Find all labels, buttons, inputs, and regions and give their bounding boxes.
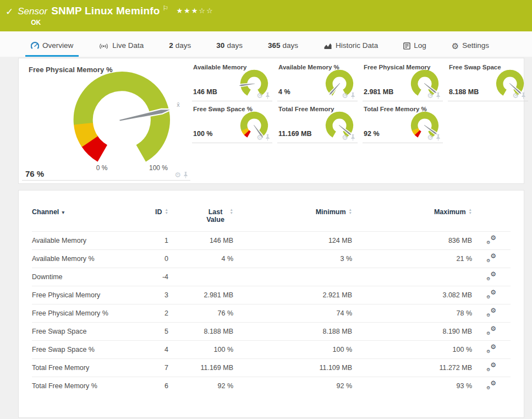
priority-stars[interactable]: ★★★☆☆ bbox=[176, 7, 213, 15]
channel-name-cell: Free Swap Space % bbox=[32, 341, 140, 359]
status-badge: OK bbox=[31, 19, 213, 26]
column-header-minimum[interactable]: Minimum▲▼ bbox=[233, 205, 352, 232]
sensor-header: ✓ Sensor SNMP Linux Meminfo ⚐ ★★★☆☆ OK bbox=[0, 0, 532, 31]
gauge-value: 100 % bbox=[193, 130, 212, 138]
last-value-cell: 8.188 MB bbox=[168, 323, 233, 341]
channel-gauge-available-memory-: Available Memory %4 %⚙ bbox=[277, 62, 358, 101]
channel-name-cell: Total Free Memory bbox=[32, 359, 140, 377]
tab-log[interactable]: Log bbox=[398, 41, 432, 57]
column-header-channel[interactable]: Channel▾ bbox=[32, 205, 140, 232]
channel-id-cell: 1 bbox=[140, 232, 168, 250]
tab-label: days bbox=[175, 41, 191, 50]
table-header-row: Channel▾ID▲▼Last Value▲▼Minimum▲▼Maximum… bbox=[32, 205, 511, 232]
edit-channel-gears-icon[interactable]: ⚙⚙ bbox=[486, 254, 496, 263]
edit-channel-gears-icon[interactable]: ⚙⚙ bbox=[486, 290, 496, 299]
tab-historic-data[interactable]: Historic Data bbox=[318, 41, 383, 57]
gauge-value: 2.981 MB bbox=[364, 88, 393, 96]
tab-label: Historic Data bbox=[336, 41, 378, 50]
historic-chart-icon bbox=[323, 42, 332, 50]
minimum-cell: 74 % bbox=[233, 304, 352, 323]
maximum-cell: 3.082 MB bbox=[352, 286, 472, 304]
channel-id-cell: -4 bbox=[140, 268, 168, 286]
table-row-free-physical-memory: Free Physical Memory32.981 MB2.921 MB3.0… bbox=[32, 286, 511, 304]
gauge-pin-icon[interactable] bbox=[350, 92, 355, 99]
gauge-settings-gear-icon[interactable]: ⚙ bbox=[256, 92, 263, 99]
last-value-cell: 2.981 MB bbox=[168, 286, 233, 304]
small-gauges-grid: Available Memory146 MB⚙Available Memory … bbox=[192, 62, 528, 143]
gauge-pin-icon[interactable] bbox=[436, 134, 441, 141]
sensor-title-block: Sensor SNMP Linux Meminfo ⚐ ★★★☆☆ OK bbox=[18, 5, 213, 26]
edit-channel-gears-icon[interactable]: ⚙⚙ bbox=[486, 381, 496, 390]
tab-number: 30 bbox=[216, 41, 224, 50]
maximum-cell: 8.190 MB bbox=[352, 323, 472, 341]
overview-content: Free Physical Memory % x̄ 0 % 100 % 76 %… bbox=[0, 57, 532, 418]
minimum-cell: 8.188 MB bbox=[233, 323, 352, 341]
gauge-settings-gear-icon[interactable]: ⚙ bbox=[427, 92, 434, 99]
channel-id-cell: 0 bbox=[140, 250, 168, 268]
tab-live-data[interactable]: Live Data bbox=[93, 41, 149, 57]
minimum-cell bbox=[233, 268, 352, 286]
primary-channel-gauge: Free Physical Memory % x̄ 0 % 100 % 76 %… bbox=[22, 62, 190, 181]
maximum-cell: 21 % bbox=[352, 250, 472, 268]
gauge-value: 146 MB bbox=[193, 88, 217, 96]
channels-table: Channel▾ID▲▼Last Value▲▼Minimum▲▼Maximum… bbox=[32, 205, 511, 395]
minimum-cell: 2.921 MB bbox=[233, 286, 352, 304]
gauge-settings-gear-icon[interactable]: ⚙ bbox=[512, 92, 519, 99]
table-row-free-physical-memory-: Free Physical Memory %276 %74 %78 %⚙⚙ bbox=[32, 304, 511, 323]
tab-bar: OverviewLive Data2days30days365daysHisto… bbox=[0, 31, 532, 57]
primary-gauge-value: 76 % bbox=[25, 169, 44, 178]
channel-name-cell: Available Memory % bbox=[32, 250, 140, 268]
gauge-max-label: 100 % bbox=[142, 164, 175, 172]
column-header-maximum[interactable]: Maximum▲▼ bbox=[352, 205, 472, 232]
tab-label: days bbox=[282, 41, 298, 50]
gauge-pin-icon[interactable] bbox=[436, 92, 441, 99]
gauge-settings-gear-icon[interactable]: ⚙ bbox=[174, 172, 181, 178]
tab-settings[interactable]: ⚙Settings bbox=[446, 41, 495, 57]
edit-channel-gears-icon[interactable]: ⚙⚙ bbox=[486, 327, 496, 335]
channel-name-cell: Available Memory bbox=[32, 232, 140, 250]
channel-gauge-free-swap-space: Free Swap Space8.188 MB⚙ bbox=[448, 62, 528, 101]
live-data-icon bbox=[98, 43, 109, 50]
channel-name-cell: Total Free Memory % bbox=[32, 377, 140, 395]
edit-channel-gears-icon[interactable]: ⚙⚙ bbox=[486, 272, 496, 281]
tab-30-days[interactable]: 30days bbox=[211, 41, 248, 57]
maximum-cell: 78 % bbox=[352, 304, 472, 323]
edit-channel-gears-icon[interactable]: ⚙⚙ bbox=[486, 236, 496, 244]
tab-overview[interactable]: Overview bbox=[25, 41, 79, 57]
channel-id-cell: 4 bbox=[140, 341, 168, 359]
gauge-pin-icon[interactable] bbox=[265, 92, 270, 99]
sort-arrows-icon: ▲▼ bbox=[469, 208, 472, 214]
tab-365-days[interactable]: 365days bbox=[262, 41, 304, 57]
primary-gauge-chart: x̄ bbox=[26, 64, 187, 168]
sensor-title: SNMP Linux Meminfo bbox=[51, 5, 160, 17]
edit-channel-gears-icon[interactable]: ⚙⚙ bbox=[486, 345, 496, 353]
minimum-cell: 92 % bbox=[233, 377, 352, 395]
gauge-pin-icon[interactable] bbox=[521, 92, 526, 99]
maximum-cell: 93 % bbox=[352, 377, 472, 395]
gauge-value: 8.188 MB bbox=[449, 88, 479, 96]
svg-text:x̄: x̄ bbox=[177, 101, 180, 108]
gauges-panel: Free Physical Memory % x̄ 0 % 100 % 76 %… bbox=[18, 58, 524, 184]
gauge-pin-icon[interactable] bbox=[265, 134, 270, 141]
prtg-sensor-page: ✓ Sensor SNMP Linux Meminfo ⚐ ★★★☆☆ OK O… bbox=[0, 0, 532, 418]
gauge-pin-icon[interactable] bbox=[350, 134, 355, 141]
tab-number: 365 bbox=[268, 41, 281, 50]
status-ok-check-icon: ✓ bbox=[6, 6, 13, 18]
column-header-actions bbox=[472, 205, 511, 232]
log-icon bbox=[403, 42, 410, 50]
tab-2-days[interactable]: 2days bbox=[163, 41, 196, 57]
column-header-id[interactable]: ID▲▼ bbox=[140, 205, 168, 232]
gauge-settings-gear-icon[interactable]: ⚙ bbox=[427, 134, 434, 141]
gauge-settings-gear-icon[interactable]: ⚙ bbox=[342, 134, 348, 141]
channel-id-cell: 5 bbox=[140, 323, 168, 341]
column-header-last-value[interactable]: Last Value▲▼ bbox=[168, 205, 233, 232]
channel-name-cell: Free Physical Memory % bbox=[32, 304, 140, 323]
gauge-value: 11.169 MB bbox=[278, 130, 311, 138]
channel-gauge-free-physical-memory: Free Physical Memory2.981 MB⚙ bbox=[363, 62, 443, 101]
gauge-icon bbox=[31, 42, 39, 50]
gauge-settings-gear-icon[interactable]: ⚙ bbox=[342, 92, 348, 99]
gauge-settings-gear-icon[interactable]: ⚙ bbox=[256, 134, 263, 141]
edit-channel-gears-icon[interactable]: ⚙⚙ bbox=[486, 363, 496, 372]
edit-channel-gears-icon[interactable]: ⚙⚙ bbox=[486, 308, 496, 317]
gauge-pin-icon[interactable] bbox=[183, 171, 188, 178]
